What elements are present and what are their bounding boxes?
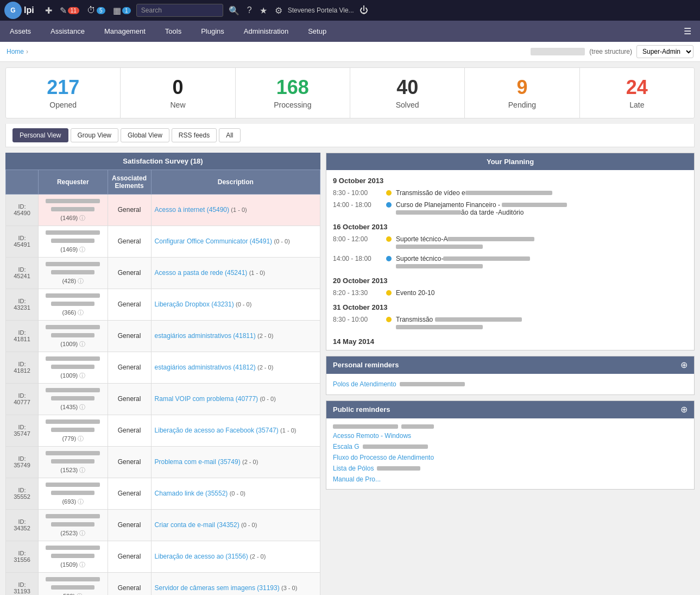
settings-button[interactable]: ⚙ — [273, 4, 285, 17]
search-button[interactable]: 🔍 — [226, 4, 242, 17]
elements-cell: General — [108, 194, 151, 226]
table-row: ID:31556(1509) ⓘGeneralLiberação de aces… — [6, 541, 320, 572]
desc-link[interactable]: Liberação de acesso ao Facebook (35747) — [155, 427, 279, 434]
info-icon[interactable]: ⓘ — [78, 278, 84, 284]
event-dot — [386, 290, 392, 296]
info-icon[interactable]: ⓘ — [78, 309, 84, 316]
left-panel: Satisfaction Survey (18) Requester Assoc… — [5, 153, 320, 595]
public-reminders-add-btn[interactable]: ⊕ — [680, 405, 688, 414]
desc-link[interactable]: Liberação Dropbox (43231) — [155, 300, 234, 308]
requester-blurred — [46, 356, 100, 361]
nav-assets[interactable]: Assets — [0, 22, 41, 41]
info-icon[interactable]: ⓘ — [79, 372, 85, 379]
stat-solved-number: 40 — [356, 77, 459, 98]
stat-processing[interactable]: 168 Processing — [236, 68, 350, 118]
public-reminder-fluxo[interactable]: Fluxo do Processo de Atendimento — [333, 452, 688, 463]
table-row: ID:43231(366) ⓘGeneralLiberação Dropbox … — [6, 289, 320, 320]
stat-opened[interactable]: 217 Opened — [6, 68, 121, 118]
info-icon[interactable]: ⓘ — [78, 435, 84, 442]
info-icon[interactable]: ⓘ — [79, 246, 85, 253]
tab-global-view[interactable]: Global View — [121, 128, 169, 142]
search-input[interactable] — [136, 4, 223, 17]
nav-administration[interactable]: Administration — [234, 22, 298, 41]
info-icon[interactable]: ⓘ — [77, 593, 83, 595]
info-icon[interactable]: ⓘ — [79, 215, 85, 221]
hamburger-menu[interactable]: ☰ — [675, 21, 700, 42]
desc-link[interactable]: Acesso à internet (45490) — [155, 206, 229, 214]
reminder-item[interactable]: Polos de Atendimento — [333, 378, 688, 390]
desc-meta: (3 - 0) — [281, 585, 297, 591]
info-icon[interactable]: ⓘ — [79, 530, 85, 536]
requester-cell: (1009) ⓘ — [39, 352, 108, 383]
event-dot — [386, 190, 392, 196]
nav-plugins[interactable]: Plugins — [191, 22, 234, 41]
stat-solved[interactable]: 40 Solved — [350, 68, 465, 118]
desc-link[interactable]: Acesso a pasta de rede (45241) — [155, 269, 248, 277]
entity-select[interactable]: Super-Admin — [636, 45, 693, 58]
public-reminder-escala[interactable]: Escala G — [333, 441, 688, 452]
tab-all[interactable]: All — [219, 128, 240, 142]
info-icon[interactable]: ⓘ — [79, 404, 85, 410]
desc-meta: (0 - 0) — [241, 522, 257, 528]
desc-link[interactable]: Ramal VOIP com problema (40777) — [155, 395, 258, 403]
requester-cell: (1469) ⓘ — [39, 194, 108, 226]
personal-reminders-header: Personal reminders ⊕ — [326, 356, 694, 374]
power-button[interactable]: ⏻ — [357, 4, 370, 16]
nav-management[interactable]: Management — [94, 22, 155, 41]
desc-link[interactable]: Configurar Office Communicator (45491) — [155, 237, 273, 245]
favorite-button[interactable]: ★ — [257, 4, 269, 17]
nav-assistance[interactable]: Assistance — [41, 22, 94, 41]
requester-blurred — [46, 293, 100, 298]
desc-link[interactable]: Criar conta de e-mail (34352) — [155, 521, 239, 529]
planning-event: 14:00 - 18:00 Suporte técnico- — [326, 253, 694, 272]
desc-link[interactable]: Liberação de acesso ao (31556) — [155, 553, 248, 560]
info-icon[interactable]: ⓘ — [79, 561, 85, 568]
requester-blurred2 — [51, 396, 94, 400]
stat-late[interactable]: 24 Late — [580, 68, 694, 118]
help-button[interactable]: ? — [245, 4, 254, 16]
description-cell: Configurar Office Communicator (45491) (… — [151, 226, 320, 257]
bookmark-button[interactable]: ✎ 11 — [58, 4, 81, 17]
desc-link[interactable]: Problema com e-mail (35749) — [155, 458, 241, 466]
info-icon[interactable]: ⓘ — [78, 498, 84, 505]
desc-meta: (0 - 0) — [230, 490, 245, 497]
stat-late-label: Late — [585, 101, 689, 109]
desc-meta: (1 - 0) — [280, 427, 296, 434]
nav-setup[interactable]: Setup — [298, 22, 336, 41]
tab-rss-feeds[interactable]: RSS feeds — [172, 128, 217, 142]
public-reminder-manual[interactable]: Manual de Pro... — [333, 474, 688, 485]
personal-reminders-add-btn[interactable]: ⊕ — [680, 361, 688, 369]
desc-link[interactable]: estagiários administrativos (41811) — [155, 332, 256, 340]
grid-button[interactable]: ▦ 1 — [111, 4, 133, 17]
reminder-link-text: Fluxo do Processo de Atendimento — [333, 454, 434, 461]
planning-event: 14:00 - 18:00 Curso de Planejamento Fina… — [326, 199, 694, 218]
info-icon[interactable]: ⓘ — [79, 341, 85, 347]
stat-late-number: 24 — [585, 77, 689, 98]
stat-pending[interactable]: 9 Pending — [465, 68, 579, 118]
add-button[interactable]: ✚ — [43, 4, 54, 17]
tab-group-view[interactable]: Group View — [71, 128, 118, 142]
public-reminder-windows[interactable]: Acesso Remoto - Windows — [333, 430, 688, 441]
desc-link[interactable]: estagiários administrativos (41812) — [155, 364, 256, 371]
stat-new[interactable]: 0 New — [121, 68, 235, 118]
desc-link[interactable]: Servidor de câmeras sem imagens (31193) — [155, 584, 280, 592]
stat-pending-number: 9 — [470, 77, 573, 98]
grid-icon: ▦ — [113, 5, 121, 16]
public-reminder-lista[interactable]: Lista de Pólos — [333, 463, 688, 474]
nav-tools[interactable]: Tools — [155, 22, 191, 41]
description-cell: Liberação de acesso ao Facebook (35747) … — [151, 415, 320, 446]
elements-cell: General — [108, 572, 151, 595]
requester-cell: (428) ⓘ — [39, 257, 108, 289]
tab-personal-view[interactable]: Personal View — [12, 128, 68, 142]
requester-cell: (1523) ⓘ — [39, 446, 108, 478]
grid-badge: 1 — [122, 7, 131, 14]
planning-date-5: 14 May 2014 — [326, 333, 694, 348]
breadcrumb-home[interactable]: Home — [7, 48, 24, 55]
reminder-link: Polos de Atendimento — [333, 380, 396, 388]
desc-link[interactable]: Chamado link de (35552) — [155, 490, 228, 497]
requester-blurred2 — [51, 333, 94, 337]
user-name: Stevenes Portela Vie... — [288, 7, 354, 14]
clock-button[interactable]: ⏱ 5 — [85, 4, 108, 16]
info-icon[interactable]: ⓘ — [79, 467, 85, 473]
logo-icon: G — [4, 2, 22, 19]
